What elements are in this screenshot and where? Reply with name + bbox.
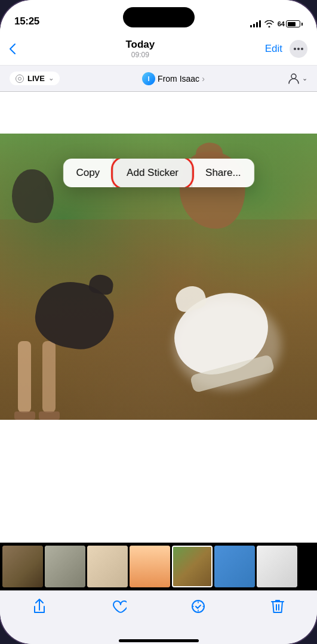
svg-point-2 [301, 48, 303, 50]
top-white-area [0, 92, 317, 134]
copy-label: Copy [76, 167, 100, 178]
magic-button[interactable] [183, 598, 213, 615]
dog-small [12, 169, 54, 223]
thumbnail-7[interactable] [257, 546, 297, 587]
more-button[interactable] [290, 40, 307, 58]
from-label: From Isaac [158, 74, 199, 83]
like-button[interactable] [104, 598, 134, 615]
battery-body [286, 20, 300, 27]
svg-point-3 [291, 74, 296, 79]
nav-center: Today 09:09 [125, 39, 155, 59]
thumbnail-4[interactable] [130, 546, 170, 587]
thumbnail-5-active[interactable] [172, 546, 213, 587]
battery-fill [288, 22, 296, 26]
person-legs [18, 341, 60, 420]
live-dot-inner [18, 77, 21, 80]
from-chevron-icon: › [202, 74, 205, 83]
share-menu-item[interactable]: Share... [192, 159, 254, 187]
delete-button[interactable] [263, 598, 293, 615]
thumbnail-3[interactable] [87, 546, 128, 587]
person-icon [287, 72, 300, 85]
signal-bar-1 [250, 25, 252, 27]
add-sticker-label: Add Sticker [127, 167, 178, 178]
nav-subtitle: 09:09 [131, 51, 149, 59]
person-button[interactable]: ⌄ [287, 72, 307, 85]
share-icon [31, 598, 48, 615]
add-sticker-menu-item[interactable]: Add Sticker [113, 159, 192, 187]
thumbnail-1[interactable] [2, 546, 43, 587]
photo-toolbar: LIVE ⌄ I From Isaac › ⌄ [0, 66, 317, 92]
home-bar [119, 639, 199, 642]
magic-wand-icon [190, 598, 207, 615]
status-icons: 64 [250, 20, 303, 27]
avatar: I [142, 72, 155, 85]
signal-bar-2 [253, 24, 255, 27]
status-time: 15:25 [14, 16, 39, 27]
edit-button[interactable]: Edit [265, 43, 282, 55]
signal-bar-4 [259, 20, 261, 27]
home-indicator [0, 639, 317, 644]
share-button[interactable] [24, 598, 54, 615]
battery-level: 64 [278, 20, 285, 27]
status-bar: 15:25 64 [0, 0, 317, 32]
share-label: Share... [205, 167, 241, 178]
wifi-icon [264, 20, 274, 27]
battery-tip [301, 23, 303, 26]
phone-frame: 15:25 64 [0, 0, 317, 644]
context-menu: Copy Add Sticker Share... [63, 159, 254, 187]
live-dot-icon [16, 75, 24, 83]
live-label: LIVE [27, 74, 45, 83]
bottom-toolbar [0, 590, 317, 639]
signal-bars-icon [250, 20, 261, 27]
leg-right [42, 341, 60, 420]
from-badge[interactable]: I From Isaac › [142, 72, 205, 85]
svg-point-0 [294, 48, 296, 50]
live-chevron-icon: ⌄ [48, 75, 54, 82]
back-chevron-icon [10, 44, 16, 54]
thumbnail-6[interactable] [214, 546, 255, 587]
photo-container[interactable]: Copy Add Sticker Share... [0, 134, 317, 420]
live-badge[interactable]: LIVE ⌄ [10, 72, 60, 85]
signal-bar-3 [256, 22, 258, 27]
nav-actions: Edit [265, 40, 307, 58]
dog-photo: Copy Add Sticker Share... [0, 134, 317, 420]
nav-bar: Today 09:09 Edit [0, 32, 317, 66]
battery-icon: 64 [278, 20, 303, 27]
trash-icon [269, 598, 286, 615]
more-icon [294, 48, 303, 50]
back-button[interactable] [10, 44, 16, 54]
person-chevron-icon: ⌄ [302, 75, 307, 82]
heart-icon [110, 598, 127, 615]
nav-title: Today [125, 39, 155, 51]
main-content: Copy Add Sticker Share... [0, 92, 317, 543]
leg-left [18, 341, 35, 420]
svg-point-1 [297, 48, 300, 50]
phone-screen: 15:25 64 [0, 0, 317, 644]
thumbnail-2[interactable] [45, 546, 85, 587]
copy-menu-item[interactable]: Copy [63, 159, 113, 187]
thumbnail-strip [0, 543, 317, 590]
dynamic-island [123, 7, 195, 27]
